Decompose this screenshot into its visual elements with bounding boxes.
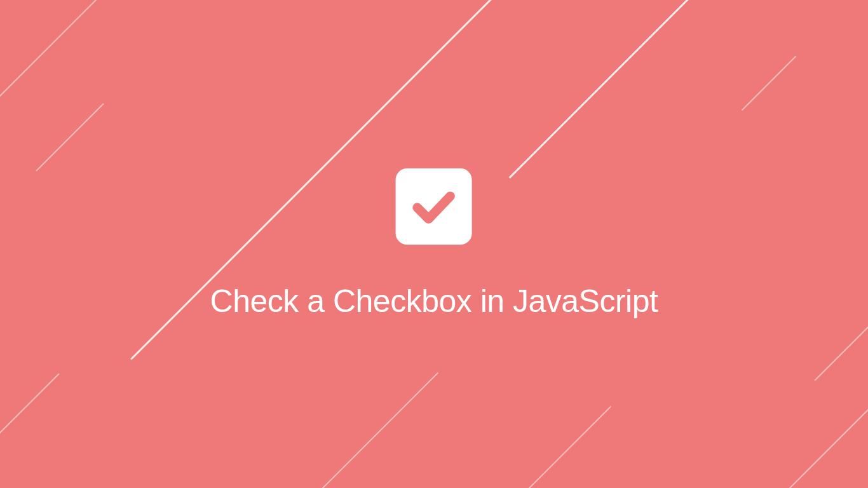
- page-title: Check a Checkbox in JavaScript: [210, 283, 658, 320]
- hero-content: Check a Checkbox in JavaScript: [210, 168, 658, 320]
- decorative-line: [0, 373, 60, 441]
- decorative-line: [509, 0, 699, 179]
- decorative-line: [742, 56, 796, 111]
- decorative-line: [826, 471, 868, 488]
- decorative-line: [756, 395, 868, 488]
- decorative-line: [431, 406, 611, 488]
- decorative-line: [36, 103, 104, 171]
- decorative-line: [815, 281, 868, 381]
- checkbox-checked-icon: [396, 168, 472, 245]
- checkmark-icon: [409, 182, 459, 231]
- decorative-line: [191, 372, 438, 488]
- decorative-line: [0, 0, 114, 109]
